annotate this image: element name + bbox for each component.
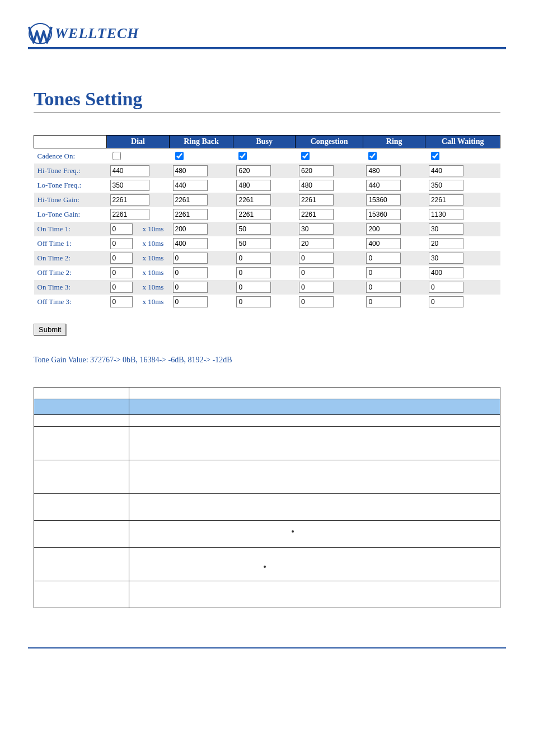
bullet-icon xyxy=(292,530,294,533)
off1-unit: x 10ms xyxy=(139,239,164,248)
off2-ringback[interactable] xyxy=(173,267,208,278)
logain-congestion[interactable] xyxy=(299,209,334,220)
off3-ring[interactable] xyxy=(366,296,401,307)
on2-dial[interactable] xyxy=(110,253,133,264)
desc-cell xyxy=(34,521,129,548)
lofreq-callwaiting[interactable] xyxy=(429,180,463,191)
off2-unit: x 10ms xyxy=(139,268,164,277)
higain-ringback[interactable] xyxy=(173,194,208,206)
logo-icon xyxy=(28,22,53,45)
desc-cell xyxy=(34,415,129,427)
cadence-ring[interactable] xyxy=(368,152,377,160)
desc-cell xyxy=(129,494,500,521)
higain-congestion[interactable] xyxy=(299,194,334,206)
on3-unit: x 10ms xyxy=(139,283,164,291)
off3-unit: x 10ms xyxy=(139,297,164,306)
col-empty xyxy=(34,136,107,148)
row-higain-label: Hi-Tone Gain: xyxy=(34,193,107,207)
higain-dial[interactable] xyxy=(110,194,149,206)
row-on1-label: On Time 1: xyxy=(34,222,107,236)
on3-callwaiting[interactable] xyxy=(429,282,463,293)
description-table xyxy=(34,387,500,608)
on2-ring[interactable] xyxy=(366,253,401,264)
lofreq-ring[interactable] xyxy=(366,180,401,191)
lofreq-dial[interactable] xyxy=(110,180,149,191)
logain-callwaiting[interactable] xyxy=(429,209,463,220)
off1-dial[interactable] xyxy=(110,238,133,249)
page-title: Tones Setting xyxy=(34,88,500,110)
on2-unit: x 10ms xyxy=(139,254,164,262)
col-ring: Ring xyxy=(363,136,425,148)
row-on3-label: On Time 3: xyxy=(34,280,107,295)
brand-logo: WELLTECH xyxy=(28,22,506,45)
brand-name: WELLTECH xyxy=(55,25,139,42)
hifreq-callwaiting[interactable] xyxy=(429,165,463,176)
cadence-ringback[interactable] xyxy=(175,152,184,160)
hifreq-busy[interactable] xyxy=(236,165,271,176)
hifreq-ring[interactable] xyxy=(366,165,401,176)
off2-dial[interactable] xyxy=(110,267,133,278)
cadence-dial[interactable] xyxy=(113,152,121,160)
lofreq-congestion[interactable] xyxy=(299,180,334,191)
off1-ringback[interactable] xyxy=(173,238,208,249)
hifreq-dial[interactable] xyxy=(110,165,149,176)
cadence-callwaiting[interactable] xyxy=(431,152,439,160)
desc-header xyxy=(129,399,500,415)
desc-cell xyxy=(129,521,500,548)
on3-busy[interactable] xyxy=(236,282,271,293)
on3-ring[interactable] xyxy=(366,282,401,293)
logain-ringback[interactable] xyxy=(173,209,208,220)
on2-callwaiting[interactable] xyxy=(429,253,463,264)
submit-button[interactable]: Submit xyxy=(34,324,66,335)
desc-cell xyxy=(34,494,129,521)
off3-congestion[interactable] xyxy=(299,296,334,307)
desc-cell xyxy=(129,427,500,460)
off1-callwaiting[interactable] xyxy=(429,238,463,249)
off3-dial[interactable] xyxy=(110,296,133,307)
off1-ring[interactable] xyxy=(366,238,401,249)
on3-dial[interactable] xyxy=(110,282,133,293)
desc-cell xyxy=(34,460,129,494)
desc-cell xyxy=(129,460,500,494)
off3-ringback[interactable] xyxy=(173,296,208,307)
row-hifreq-label: Hi-Tone Freq.: xyxy=(34,164,107,178)
desc-cell xyxy=(34,388,129,399)
off1-congestion[interactable] xyxy=(299,238,334,249)
on2-busy[interactable] xyxy=(236,253,271,264)
cadence-busy[interactable] xyxy=(238,152,247,160)
on1-ring[interactable] xyxy=(366,223,401,235)
off2-callwaiting[interactable] xyxy=(429,267,463,278)
col-dial: Dial xyxy=(107,136,170,148)
on2-ringback[interactable] xyxy=(173,253,208,264)
off1-busy[interactable] xyxy=(236,238,271,249)
logain-ring[interactable] xyxy=(366,209,401,220)
on1-dial[interactable] xyxy=(110,223,133,235)
on3-ringback[interactable] xyxy=(173,282,208,293)
logain-dial[interactable] xyxy=(110,209,149,220)
off2-ring[interactable] xyxy=(366,267,401,278)
bullet-icon xyxy=(264,566,266,568)
on1-callwaiting[interactable] xyxy=(429,223,463,235)
on3-congestion[interactable] xyxy=(299,282,334,293)
on2-congestion[interactable] xyxy=(299,253,334,264)
off3-busy[interactable] xyxy=(236,296,271,307)
on1-congestion[interactable] xyxy=(299,223,334,235)
hifreq-congestion[interactable] xyxy=(299,165,334,176)
higain-ring[interactable] xyxy=(366,194,401,206)
cadence-congestion[interactable] xyxy=(301,152,310,160)
off2-busy[interactable] xyxy=(236,267,271,278)
higain-callwaiting[interactable] xyxy=(429,194,463,206)
hifreq-ringback[interactable] xyxy=(173,165,208,176)
row-on2-label: On Time 2: xyxy=(34,251,107,265)
lofreq-busy[interactable] xyxy=(236,180,271,191)
on1-ringback[interactable] xyxy=(173,223,208,235)
lofreq-ringback[interactable] xyxy=(173,180,208,191)
desc-header xyxy=(34,399,129,415)
higain-busy[interactable] xyxy=(236,194,271,206)
off3-callwaiting[interactable] xyxy=(429,296,463,307)
logain-busy[interactable] xyxy=(236,209,271,220)
row-off1-label: Off Time 1: xyxy=(34,236,107,251)
off2-congestion[interactable] xyxy=(299,267,334,278)
col-busy: Busy xyxy=(233,136,296,148)
on1-busy[interactable] xyxy=(236,223,271,235)
